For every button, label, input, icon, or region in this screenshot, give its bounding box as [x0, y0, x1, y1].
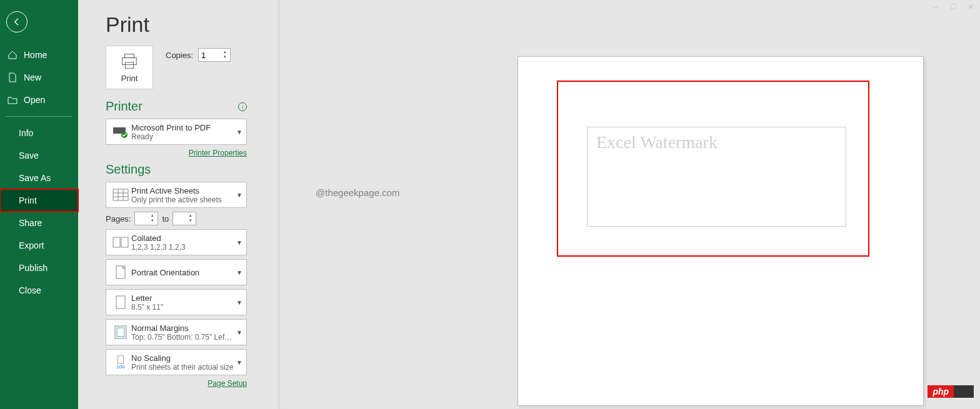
chevron-down-icon: ▼ [236, 129, 242, 136]
sheets-icon [110, 189, 131, 201]
info-icon[interactable]: i [238, 102, 247, 111]
sidebar-item-share[interactable]: Share [0, 212, 78, 234]
sidebar-item-save[interactable]: Save [0, 144, 78, 167]
sidebar-label: Home [24, 50, 47, 60]
printer-icon [120, 52, 139, 70]
copies-group: Copies: ▴▾ [166, 48, 231, 62]
sidebar-item-open[interactable]: Open [0, 89, 78, 111]
page-title: Print [106, 12, 278, 37]
svg-rect-10 [113, 237, 120, 247]
sidebar-label: Share [19, 218, 42, 228]
svg-rect-0 [125, 54, 134, 57]
paper-size-dropdown[interactable]: Letter 8.5" x 11" ▼ [106, 289, 247, 315]
copies-label: Copies: [166, 51, 193, 60]
home-icon [8, 50, 18, 60]
sidebar-label: Info [19, 128, 33, 138]
chevron-down-icon: ▼ [236, 192, 242, 199]
copies-spinner[interactable]: ▴▾ [198, 48, 231, 62]
svg-rect-2 [125, 62, 133, 67]
spinner-up-icon[interactable]: ▴ [151, 213, 156, 218]
spinner-up-icon[interactable]: ▴ [224, 49, 229, 54]
sidebar-item-saveas[interactable]: Save As [0, 167, 78, 189]
print-preview-area: ─ ☐ ✕ @thegeekpage.com Excel Watermark p… [278, 0, 980, 409]
php-badge-text: php [928, 385, 954, 398]
printer-status-icon [110, 125, 131, 139]
scaling-icon: 100 [110, 355, 131, 370]
sidebar-label: New [24, 72, 41, 82]
paper-icon [110, 295, 131, 309]
spinner-down-icon[interactable]: ▾ [224, 54, 229, 59]
overlay-watermark: @thegeekpage.com [316, 187, 399, 198]
svg-rect-15 [117, 328, 124, 337]
spinner-up-icon[interactable]: ▴ [189, 213, 194, 218]
printer-properties-link[interactable]: Printer Properties [106, 149, 247, 157]
print-button[interactable]: Print [106, 46, 153, 89]
sidebar-item-close[interactable]: Close [0, 279, 78, 302]
svg-rect-11 [121, 237, 128, 247]
spinner-down-icon[interactable]: ▾ [189, 218, 194, 223]
sidebar-item-home[interactable]: Home [0, 44, 78, 66]
pages-to-spinner[interactable]: ▴▾ [172, 212, 196, 225]
back-button[interactable] [6, 11, 28, 32]
minimize-icon[interactable]: ─ [928, 1, 944, 12]
svg-rect-1 [122, 57, 137, 64]
sidebar-item-publish[interactable]: Publish [0, 257, 78, 279]
back-arrow-icon [12, 17, 22, 27]
sidebar-label: Publish [19, 263, 48, 273]
page-setup-link[interactable]: Page Setup [106, 379, 247, 388]
open-icon [8, 95, 18, 105]
pages-range-row: Pages: ▴▾ to ▴▾ [106, 212, 278, 225]
backstage-sidebar: Home New Open Info Save Save As Print Sh… [0, 0, 78, 409]
scaling-dropdown[interactable]: 100 No Scaling Print sheets at their act… [106, 349, 247, 375]
margins-dropdown[interactable]: Normal Margins Top: 0.75" Bottom: 0.75" … [106, 319, 247, 345]
main-area: Print Print Copies: ▴▾ Printer i [78, 0, 980, 409]
source-badge: php [928, 385, 974, 398]
print-settings-column: Print Print Copies: ▴▾ Printer i [78, 0, 278, 409]
pages-label: Pages: [106, 214, 131, 224]
print-what-dropdown[interactable]: Print Active Sheets Only print the activ… [106, 182, 247, 208]
pages-from-spinner[interactable]: ▴▾ [134, 212, 158, 225]
chevron-down-icon: ▼ [236, 269, 242, 276]
margins-icon [110, 325, 131, 339]
printer-dropdown[interactable]: Microsoft Print to PDF Ready ▼ [106, 119, 247, 145]
orientation-dropdown[interactable]: Portrait Orientation ▼ [106, 259, 247, 285]
sidebar-label: Save [19, 150, 39, 160]
print-action-row: Print Copies: ▴▾ [106, 46, 278, 89]
spinner-down-icon[interactable]: ▾ [151, 218, 156, 223]
sidebar-divider [6, 116, 72, 117]
new-icon [8, 72, 18, 82]
printer-name: Microsoft Print to PDF [131, 123, 236, 132]
collated-icon [110, 237, 131, 248]
svg-rect-12 [116, 266, 125, 278]
annotation-highlight: Excel Watermark [557, 81, 869, 257]
sidebar-label: Open [24, 95, 45, 105]
sidebar-label: Save As [19, 173, 51, 183]
svg-rect-13 [116, 296, 125, 308]
portrait-icon [110, 265, 131, 279]
php-badge-tail [954, 385, 974, 398]
printer-status: Ready [131, 132, 236, 141]
watermark-region: Excel Watermark [587, 127, 846, 227]
close-icon[interactable]: ✕ [962, 1, 979, 12]
chevron-down-icon: ▼ [236, 239, 242, 246]
sidebar-item-new[interactable]: New [0, 66, 78, 89]
svg-rect-5 [113, 189, 128, 200]
chevron-down-icon: ▼ [236, 299, 242, 306]
printer-heading: Printer i [106, 99, 247, 114]
sidebar-item-export[interactable]: Export [0, 234, 78, 257]
print-button-label: Print [121, 74, 138, 83]
sidebar-item-info[interactable]: Info [0, 122, 78, 144]
preview-page: Excel Watermark [518, 56, 924, 406]
chevron-down-icon: ▼ [236, 359, 242, 366]
sidebar-label: Export [19, 240, 44, 250]
maximize-icon[interactable]: ☐ [945, 1, 961, 12]
pages-to-label: to [162, 214, 169, 224]
sidebar-item-print[interactable]: Print [0, 189, 78, 212]
settings-heading: Settings [106, 162, 278, 177]
svg-rect-16 [118, 355, 123, 363]
window-controls: ─ ☐ ✕ [928, 1, 979, 12]
chevron-down-icon: ▼ [236, 329, 242, 336]
watermark-text: Excel Watermark [596, 132, 837, 152]
collation-dropdown[interactable]: Collated 1,2,3 1,2,3 1,2,3 ▼ [106, 229, 247, 255]
sidebar-label: Close [19, 285, 41, 295]
